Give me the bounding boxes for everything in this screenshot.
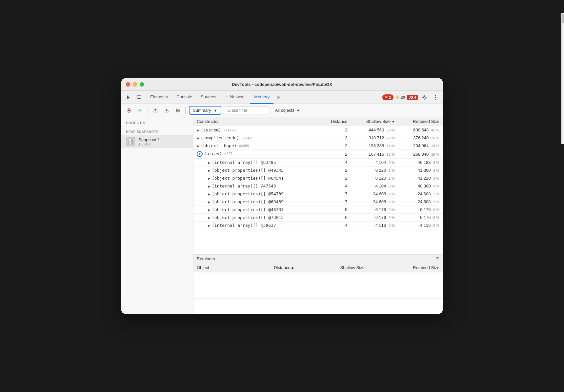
ret-col-retained[interactable]: Retained Size: [368, 263, 443, 272]
snapshot-file-icon: [126, 137, 135, 146]
table-row[interactable]: ▶(object shape) ×33892198 388 14 %204 96…: [193, 142, 443, 150]
table-row[interactable]: ▶(internal array)[] @4754344 104 0 %40 8…: [193, 182, 443, 190]
download-icon[interactable]: [162, 106, 171, 115]
constructor-name: (array): [204, 151, 222, 156]
expand-triangle-icon[interactable]: ▶: [197, 144, 199, 148]
svg-point-5: [128, 109, 130, 111]
expand-triangle-icon[interactable]: ▶: [208, 177, 211, 180]
cell-retained-size: 46 188 3 %: [398, 159, 443, 167]
retained-pct: 0 %: [433, 224, 439, 227]
more-options-icon[interactable]: ⋮: [431, 93, 440, 102]
constructor-name: (object properties)[] @64541: [212, 176, 284, 181]
ret-col-distance[interactable]: Distance▲: [236, 263, 298, 272]
record-icon[interactable]: [125, 106, 133, 115]
tab-list: Elements Console Sources ⚠ Network Memor…: [146, 91, 382, 104]
cell-shallow-size: 6 176 0 %: [351, 214, 398, 222]
shallow-pct: 0 %: [389, 216, 395, 220]
minimize-button[interactable]: [133, 82, 137, 87]
table-row[interactable]: ▶(object properties)[] @6454128 220 1 %4…: [193, 174, 443, 182]
cell-retained-size: 204 964 14 %: [398, 142, 443, 150]
cell-distance: 2: [319, 174, 351, 182]
cell-distance: 4: [319, 159, 351, 167]
heap-table[interactable]: Constructor Distance Shallow Size Retain…: [193, 117, 443, 255]
table-area: Constructor Distance Shallow Size Retain…: [193, 117, 443, 314]
retained-pct: 2 %: [433, 192, 439, 196]
retainers-table[interactable]: Object Distance▲ Shallow Size Retained S…: [193, 263, 443, 314]
retainers-table-body: [193, 272, 443, 299]
constructor-name: (object properties)[] @48737: [212, 207, 284, 212]
heap-table-body: ▶(system) ×147932444 560 30 %608 548 41 …: [193, 126, 443, 229]
cell-constructor: ▶(object properties)[] @69459: [193, 198, 319, 206]
summary-dropdown[interactable]: Summary ▼: [189, 106, 221, 115]
constructor-name: (internal array)[] @63485: [212, 160, 276, 165]
retainers-title: Retainers: [197, 256, 215, 261]
ret-col-shallow[interactable]: Shallow Size: [298, 263, 368, 272]
js-error-badge[interactable]: JS 4: [407, 95, 418, 100]
shallow-pct: 11 %: [387, 152, 395, 156]
divider-2: [185, 107, 186, 114]
col-shallow[interactable]: Shallow Size: [351, 117, 398, 126]
class-filter-input[interactable]: [224, 106, 270, 114]
maximize-button[interactable]: [140, 82, 144, 87]
filter-icon[interactable]: [173, 106, 182, 115]
warn-badge[interactable]: ⚠ 29: [395, 95, 405, 100]
error-badge[interactable]: ✕ 2: [382, 94, 393, 100]
tab-bar: Elements Console Sources ⚠ Network Memor…: [121, 91, 443, 104]
retainers-menu-icon[interactable]: ☰: [435, 256, 439, 261]
table-row[interactable]: ▶(compiled code) ×71403318 712 22 %376 2…: [193, 134, 443, 142]
expand-triangle-icon[interactable]: ▶: [208, 192, 211, 196]
expand-triangle-icon[interactable]: ▶: [208, 208, 211, 212]
snapshot-info: Snapshot 1 1.5 MB: [138, 137, 160, 146]
table-row[interactable]: ▶(object properties)[] @4934528 220 1 %4…: [193, 167, 443, 174]
devtools-window: DevTools - codepen.io/web-dot-dev/live/P…: [121, 78, 443, 314]
cell-constructor: ▶(internal array)[] @47543: [193, 182, 319, 190]
table-row[interactable]: ▼(array) ×2272167 416 11 %268 840 18 %: [193, 150, 443, 159]
clear-icon[interactable]: ⊘: [136, 106, 144, 115]
device-icon[interactable]: [134, 93, 144, 102]
retained-pct: 0 %: [433, 216, 439, 220]
shallow-pct: 1 %: [389, 176, 395, 180]
expand-triangle-icon[interactable]: ▶: [208, 185, 211, 188]
table-row[interactable]: ▶(object properties)[] @4873756 176 0 %6…: [193, 206, 443, 214]
expand-triangle-icon[interactable]: ▶: [197, 136, 199, 140]
expand-triangle-icon[interactable]: ▶: [208, 216, 211, 220]
more-tabs-icon[interactable]: »: [274, 93, 283, 102]
expand-triangle-icon[interactable]: ▶: [208, 161, 211, 165]
cell-constructor: ▶(object properties)[] @73013: [193, 214, 319, 222]
col-constructor[interactable]: Constructor: [193, 117, 319, 126]
settings-icon[interactable]: [420, 93, 429, 102]
tab-elements[interactable]: Elements: [146, 91, 172, 104]
retained-pct: 14 %: [431, 144, 439, 148]
cell-retained-size: 6 176 0 %: [398, 206, 443, 214]
upload-icon[interactable]: [151, 106, 160, 115]
table-row[interactable]: ▶(object properties)[] @69459724 608 2 %…: [193, 198, 443, 206]
constructor-name: (object properties)[] @49345: [212, 168, 284, 173]
tab-console[interactable]: Console: [172, 91, 196, 104]
all-objects-dropdown[interactable]: All objects ▼: [272, 107, 303, 114]
table-row[interactable]: ▶(object properties)[] @7301366 176 0 %6…: [193, 214, 443, 222]
tab-sources[interactable]: Sources: [197, 91, 220, 104]
expand-triangle-icon[interactable]: ▶: [208, 224, 211, 227]
expand-circle-icon[interactable]: ▼: [197, 151, 203, 157]
col-retained[interactable]: Retained Size: [398, 117, 443, 126]
expand-triangle-icon[interactable]: ▶: [208, 200, 211, 204]
table-row[interactable]: ▶(internal array)[] @3963744 116 0 %4 11…: [193, 222, 443, 229]
table-row[interactable]: ▶(internal array)[] @6348544 104 0 %46 1…: [193, 159, 443, 167]
col-distance[interactable]: Distance: [319, 117, 351, 126]
cursor-icon[interactable]: [124, 93, 133, 102]
ret-col-object[interactable]: Object: [193, 263, 236, 272]
close-button[interactable]: [126, 82, 130, 87]
warn-triangle-icon: ⚠: [395, 95, 400, 100]
tab-network[interactable]: ⚠ Network: [221, 91, 250, 104]
tab-bar-right: ✕ 2 ⚠ 29 JS 4 ⋮: [382, 93, 440, 102]
expand-triangle-icon[interactable]: ▶: [208, 169, 211, 172]
cell-shallow-size: 318 712 22 %: [351, 134, 398, 142]
constructor-count: ×14793: [223, 128, 236, 132]
expand-triangle-icon[interactable]: ▶: [197, 128, 199, 132]
snapshot-item[interactable]: Snapshot 1 1.5 MB: [121, 135, 193, 148]
shallow-pct: 22 %: [387, 136, 395, 140]
tab-memory[interactable]: Memory: [250, 91, 273, 104]
constructor-name: (object properties)[] @73013: [212, 215, 284, 220]
table-row[interactable]: ▶(object properties)[] @54739724 608 2 %…: [193, 190, 443, 198]
table-row[interactable]: ▶(system) ×147932444 560 30 %608 548 41 …: [193, 126, 443, 134]
